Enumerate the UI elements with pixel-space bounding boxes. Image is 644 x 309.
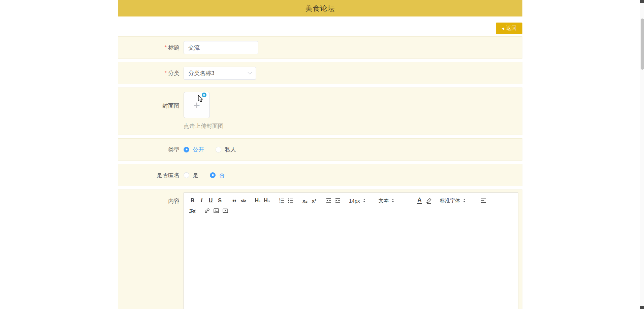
type-label: 类型 [118, 146, 184, 153]
link-icon [204, 208, 210, 214]
ordered-list-icon: 1 2 3 [279, 198, 285, 204]
app-header: 美食论坛 [118, 0, 522, 16]
required-mark: * [164, 44, 167, 51]
format-group-script: x₂ x² [300, 196, 319, 205]
indent-button[interactable] [333, 196, 342, 205]
form-row-category: *分类 分类名称3 [118, 62, 522, 84]
align-button[interactable] [479, 196, 488, 205]
category-control: 分类名称3 [184, 67, 522, 80]
text-color-button[interactable]: A [415, 196, 424, 205]
category-select[interactable]: 分类名称3 [184, 67, 256, 80]
radio-yes-label: 是 [193, 171, 198, 179]
video-icon [222, 208, 228, 214]
format-group-font: 标准字体 [439, 196, 474, 205]
radio-dot-icon [184, 147, 189, 152]
italic-button[interactable]: I [197, 196, 206, 205]
svg-text:3: 3 [279, 201, 281, 203]
radio-anonymous-no[interactable]: 否 [210, 171, 225, 179]
picker-arrows-icon [391, 198, 394, 203]
cover-control: + 点击上传封面图 [184, 92, 522, 130]
content-label-text: 内容 [168, 198, 180, 204]
cover-label-text: 封面图 [162, 103, 180, 109]
clear-format-button[interactable]: Tx [188, 206, 197, 215]
cover-upload-area: + 点击上传封面图 [184, 92, 224, 130]
scrollbar-corner-bottom [640, 306, 644, 309]
toolbar-row-2: Tx [188, 206, 514, 215]
format-group-headers: H₁ H₂ [253, 196, 271, 205]
radio-private-label: 私人 [225, 146, 236, 153]
type-label-text: 类型 [168, 146, 180, 153]
link-button[interactable] [202, 206, 212, 215]
header2-button[interactable]: H₂ [262, 196, 271, 205]
format-group-block: ” </> [230, 196, 248, 205]
format-group-align [479, 196, 488, 205]
blockquote-button[interactable]: ” [230, 196, 239, 205]
format-group-style: 文本 [377, 196, 410, 205]
actions-row: ◀ 返回 [118, 23, 522, 34]
format-group-lists: 1 2 3 [277, 196, 295, 205]
format-group-media [202, 206, 230, 215]
back-arrow-icon: ◀ [502, 27, 504, 30]
title-input[interactable] [184, 41, 258, 54]
picker-arrows-icon [463, 198, 466, 203]
back-button[interactable]: ◀ 返回 [496, 23, 522, 34]
page-container: 美食论坛 ◀ 返回 *标题 *分类 分类名称3 封面图 [118, 0, 522, 309]
radio-dot-icon [184, 172, 189, 178]
chevron-down-icon [248, 70, 252, 74]
image-button[interactable] [212, 206, 221, 215]
format-group-basic: B I U S [188, 196, 224, 205]
outdent-button[interactable] [324, 196, 333, 205]
underline-button[interactable]: U [206, 196, 215, 205]
background-color-button[interactable] [424, 196, 433, 205]
form-row-cover: 封面图 + 点击上传封面图 [118, 88, 522, 135]
page-title: 美食论坛 [305, 4, 335, 13]
content-label: 内容 [118, 190, 184, 205]
picker-arrows-icon [363, 198, 366, 203]
radio-private[interactable]: 私人 [216, 146, 236, 153]
code-block-button[interactable]: </> [239, 196, 248, 205]
font-size-value: 14px [349, 198, 360, 204]
radio-anonymous-yes[interactable]: 是 [184, 171, 198, 179]
category-selected-value: 分类名称3 [188, 69, 214, 77]
video-button[interactable] [221, 206, 230, 215]
format-group-color: A [415, 196, 433, 205]
text-style-value: 文本 [379, 198, 389, 204]
format-group-indent [324, 196, 342, 205]
font-family-picker[interactable]: 标准字体 [439, 196, 474, 205]
type-control: 公开 私人 [184, 146, 522, 153]
title-label-text: 标题 [168, 44, 180, 51]
highlighter-icon [426, 198, 432, 204]
superscript-button[interactable]: x² [310, 196, 319, 205]
ordered-list-button[interactable]: 1 2 3 [277, 196, 286, 205]
strikethrough-button[interactable]: S [215, 196, 224, 205]
anonymous-label-text: 是否匿名 [157, 172, 180, 178]
indent-icon [335, 198, 341, 204]
cover-label: 封面图 [118, 92, 184, 110]
required-mark: * [164, 70, 167, 76]
outdent-icon [326, 198, 332, 204]
image-icon [213, 208, 219, 214]
editor-toolbar: B I U S ” </> H₁ H₂ [184, 193, 518, 218]
subscript-button[interactable]: x₂ [300, 196, 310, 205]
radio-public[interactable]: 公开 [184, 146, 204, 153]
category-label-text: 分类 [168, 70, 180, 76]
radio-dot-icon [216, 147, 221, 152]
anonymous-label: 是否匿名 [118, 171, 184, 179]
bullet-list-icon [288, 198, 294, 204]
bullet-list-button[interactable] [286, 196, 295, 205]
scrollbar-thumb[interactable] [641, 19, 644, 70]
rich-text-editor: B I U S ” </> H₁ H₂ [184, 193, 518, 309]
scrollbar-track[interactable] [640, 0, 644, 309]
bold-button[interactable]: B [188, 196, 197, 205]
cover-upload-hint: 点击上传封面图 [184, 122, 224, 130]
category-label: *分类 [118, 69, 184, 77]
font-family-value: 标准字体 [440, 198, 460, 204]
scrollbar-corner-top [640, 0, 644, 3]
radio-no-label: 否 [219, 171, 225, 179]
text-style-picker[interactable]: 文本 [377, 196, 410, 205]
form-row-title: *标题 [118, 36, 522, 59]
font-size-picker[interactable]: 14px [348, 196, 372, 205]
editor-content[interactable] [184, 218, 518, 309]
header1-button[interactable]: H₁ [253, 196, 262, 205]
title-control [184, 41, 522, 54]
